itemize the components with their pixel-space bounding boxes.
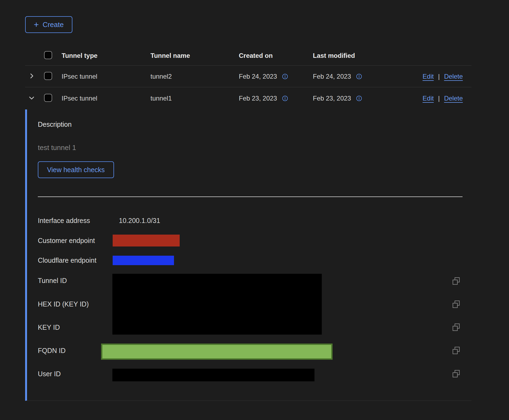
info-icon[interactable]	[356, 73, 362, 80]
cloudflare-endpoint-redacted-value	[113, 256, 174, 265]
tunnel-name-cell: tunnel2	[150, 73, 239, 80]
delete-link[interactable]: Delete	[444, 95, 463, 102]
row-checkbox[interactable]	[44, 72, 52, 80]
header-last-modified: Last modified	[313, 52, 400, 59]
copy-icon[interactable]	[452, 277, 460, 285]
table-header-row: Tunnel type Tunnel name Created on Last …	[25, 46, 471, 66]
chevron-down-icon	[28, 95, 35, 101]
info-icon[interactable]	[356, 95, 362, 102]
cloudflare-endpoint-label: Cloudflare endpoint	[38, 256, 96, 265]
table-row: IPsec tunnel tunnel2 Feb 24, 2023 Feb 24…	[25, 66, 471, 87]
link-separator: |	[438, 95, 440, 102]
table-row: IPsec tunnel tunnel1 Feb 23, 2023 Feb 23…	[25, 87, 471, 109]
row-checkbox[interactable]	[44, 94, 52, 102]
user-id-redacted-value	[112, 369, 314, 381]
copy-icon[interactable]	[452, 346, 460, 355]
tunnel-name-cell: tunnel1	[150, 95, 239, 102]
tunnel-ids-redacted-value	[112, 274, 322, 335]
delete-link[interactable]: Delete	[444, 73, 463, 80]
header-created-on: Created on	[239, 52, 313, 59]
customer-endpoint-label: Customer endpoint	[38, 236, 95, 245]
user-id-label: User ID	[38, 369, 61, 378]
header-tunnel-type: Tunnel type	[62, 52, 150, 59]
create-button[interactable]: + Create	[25, 16, 72, 33]
edit-link[interactable]: Edit	[423, 95, 434, 102]
copy-icon[interactable]	[452, 369, 460, 378]
created-on-cell: Feb 23, 2023	[239, 95, 277, 102]
header-tunnel-name: Tunnel name	[150, 52, 239, 59]
fqdn-id-redacted-value	[101, 344, 333, 360]
tunnel-type-cell: IPsec tunnel	[62, 95, 150, 102]
tunnels-table: Tunnel type Tunnel name Created on Last …	[25, 46, 471, 401]
hex-id-label: HEX ID (KEY ID)	[38, 300, 89, 308]
view-health-checks-button[interactable]: View health checks	[38, 161, 114, 178]
expanded-row-panel: Description test tunnel 1 View health ch…	[25, 109, 471, 401]
copy-icon[interactable]	[452, 300, 460, 309]
edit-link[interactable]: Edit	[423, 73, 434, 80]
section-divider	[38, 196, 463, 197]
link-separator: |	[438, 73, 440, 80]
plus-icon: +	[34, 20, 39, 29]
fqdn-id-label: FQDN ID	[38, 346, 66, 355]
chevron-right-icon	[28, 73, 35, 79]
collapse-row-button[interactable]	[28, 95, 35, 101]
info-icon[interactable]	[282, 95, 288, 102]
select-all-checkbox[interactable]	[44, 51, 52, 59]
last-modified-cell: Feb 24, 2023	[313, 73, 351, 80]
key-id-label: KEY ID	[38, 323, 60, 332]
tunnel-id-label: Tunnel ID	[38, 276, 67, 285]
expand-row-button[interactable]	[28, 73, 35, 79]
created-on-cell: Feb 24, 2023	[239, 73, 277, 80]
copy-icon[interactable]	[452, 323, 460, 332]
tunnel-type-cell: IPsec tunnel	[62, 73, 150, 80]
info-icon[interactable]	[282, 73, 288, 80]
description-value: test tunnel 1	[38, 143, 76, 152]
customer-endpoint-redacted-value	[113, 235, 180, 246]
interface-address-value: 10.200.1.0/31	[119, 216, 160, 225]
create-button-label: Create	[43, 21, 64, 29]
interface-address-label: Interface address	[38, 216, 90, 225]
description-label: Description	[38, 120, 72, 128]
last-modified-cell: Feb 23, 2023	[313, 95, 351, 102]
